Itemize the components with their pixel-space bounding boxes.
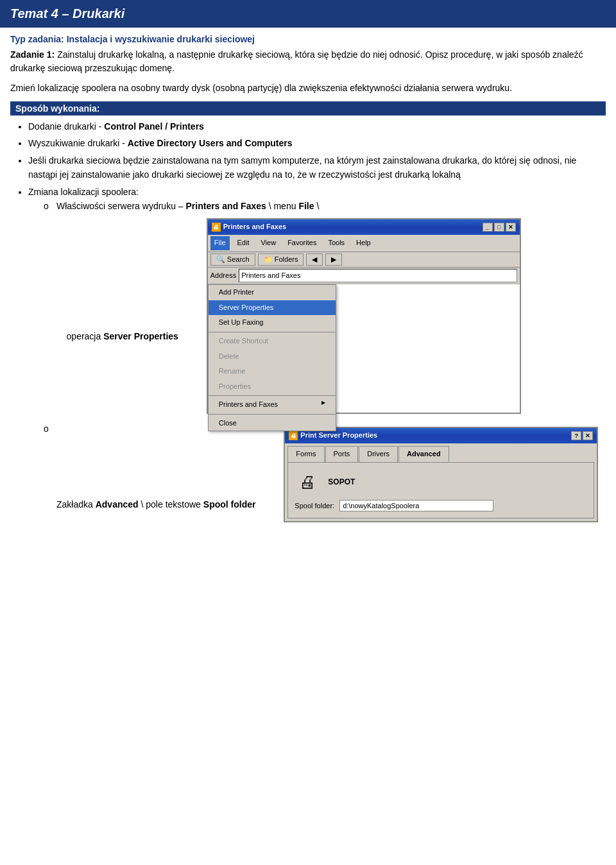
screenshot2-window: 🖨 Print Server Properties ? ✕ Forms xyxy=(284,427,598,522)
tabs: Forms Ports Drivers Advanced xyxy=(285,443,597,463)
titlebar2-title: Print Server Properties xyxy=(300,430,377,441)
server-name: SOPOT xyxy=(328,476,355,488)
spool-row: Spool folder: xyxy=(295,500,587,511)
close-button2[interactable]: ✕ xyxy=(583,431,593,440)
maximize-button[interactable]: □ xyxy=(494,223,504,232)
sub1-operation: operacja xyxy=(56,332,103,342)
menu-properties: Properties xyxy=(209,379,336,395)
back-button[interactable]: ◀ xyxy=(306,253,323,266)
tab-drivers[interactable]: Drivers xyxy=(359,446,398,463)
sub2-before: Zakładka xyxy=(56,500,96,510)
menu-close[interactable]: Close xyxy=(209,416,336,431)
toolbar1: 🔍 Search 📁 Folders ◀ ▶ xyxy=(208,252,520,268)
titlebar1: 🖨 Printers and Faxes _ □ ✕ xyxy=(208,219,520,235)
bullet2-before: Wyszukiwanie drukarki - xyxy=(28,138,128,148)
search-button[interactable]: 🔍 Search xyxy=(210,253,255,266)
page: Temat 4 – Drukarki Typ zadania: Instalac… xyxy=(0,0,616,544)
menu-file[interactable]: File xyxy=(210,236,230,250)
task-type-text: Instalacja i wyszukiwanie drukarki sieci… xyxy=(67,34,255,44)
header-bar: Temat 4 – Drukarki xyxy=(0,0,616,28)
titlebar2-icon: 🖨 xyxy=(289,431,298,440)
zmiana-text: Zmiana lokalizacji spoolera: xyxy=(28,187,139,197)
sub2-bold2: Spool folder xyxy=(203,500,256,510)
address-bar: Address Printers and Faxes xyxy=(208,268,520,285)
sub1-before: Właściwości serwera wydruku – xyxy=(56,201,186,211)
separator2 xyxy=(209,395,336,396)
menu-favorites[interactable]: Favorites xyxy=(284,236,320,250)
sub2-bold: Advanced xyxy=(96,500,139,510)
menu-server-properties[interactable]: Server Properties xyxy=(209,300,336,316)
sub-bullet-item: Właściwości serwera wydruku – Printers a… xyxy=(44,199,606,419)
list-item: Wyszukiwanie drukarki - Active Directory… xyxy=(28,136,606,150)
menu-edit[interactable]: Edit xyxy=(234,236,253,250)
sub1-bold: Printers and Faxes xyxy=(186,201,266,211)
minimize-button[interactable]: _ xyxy=(483,223,493,232)
menu-view[interactable]: View xyxy=(257,236,280,250)
tab-forms[interactable]: Forms xyxy=(287,446,324,463)
folders-button[interactable]: 📁 Folders xyxy=(258,253,304,266)
menu-create-shortcut: Create Shortcut xyxy=(209,334,336,349)
file-menu-dropdown: Add Printer Server Properties Set Up Fax… xyxy=(208,284,336,431)
server-info: 🖨 SOPOT xyxy=(295,469,587,495)
sposob-label: Sposób wykonania: xyxy=(15,103,99,114)
menu-set-up-faxing[interactable]: Set Up Faxing xyxy=(209,315,336,330)
sub-bullet-list: Właściwości serwera wydruku – Printers a… xyxy=(44,199,606,527)
titlebar1-buttons: _ □ ✕ xyxy=(483,223,516,232)
sub1-bold3: Server Properties xyxy=(103,332,178,342)
menu-add-printer[interactable]: Add Printer xyxy=(209,285,336,300)
list-item: Dodanie drukarki - Control Panel / Print… xyxy=(28,119,606,133)
separator3 xyxy=(209,414,336,415)
menubar1: File Edit View Favorites Tools Help xyxy=(208,235,520,252)
bullet1-bold: Control Panel / Printers xyxy=(104,121,204,132)
titlebar2-buttons: ? ✕ xyxy=(571,431,593,440)
content: Typ zadania: Instalacja i wyszukiwanie d… xyxy=(0,28,616,544)
titlebar1-title: Printers and Faxes xyxy=(223,221,286,233)
sub-bullet-item2: Zakładka Advanced \ pole tekstowe Spool … xyxy=(44,422,606,527)
sub1-bold2: File xyxy=(298,201,314,211)
task1-text: Zainstaluj drukarkę lokalną, a następnie… xyxy=(10,49,583,73)
help-button[interactable]: ? xyxy=(571,431,581,440)
task1-label: Zadanie 1: xyxy=(10,49,55,60)
header-title: Temat 4 – Drukarki xyxy=(10,6,124,21)
bullet-list: Dodanie drukarki - Control Panel / Print… xyxy=(28,119,606,527)
menu-help[interactable]: Help xyxy=(352,236,375,250)
menu-rename: Rename xyxy=(209,364,336,379)
address-label: Address xyxy=(210,270,236,282)
bullet3-text: Jeśli drukarka sieciowa będzie zainstalo… xyxy=(28,155,576,180)
spool-label: Spool folder: xyxy=(295,501,334,512)
sub2-after: \ pole tekstowe xyxy=(139,500,203,510)
spool-input[interactable] xyxy=(339,500,493,511)
bullet1-before: Dodanie drukarki - xyxy=(28,121,104,132)
screenshot1-window: 🖨 Printers and Faxes _ □ ✕ File xyxy=(207,218,521,414)
tab-ports[interactable]: Ports xyxy=(325,446,359,463)
task-type-label: Typ zadania: xyxy=(10,34,64,44)
close-button[interactable]: ✕ xyxy=(506,223,516,232)
menu-delete: Delete xyxy=(209,349,336,364)
titlebar1-icon: 🖨 xyxy=(212,223,221,232)
server-icon: 🖨 xyxy=(295,469,320,495)
bullet2-bold: Active Directory Users and Computers xyxy=(128,138,293,148)
menu-printers-faxes[interactable]: Printers and Faxes xyxy=(209,397,336,413)
task-type: Typ zadania: Instalacja i wyszukiwanie d… xyxy=(10,34,606,44)
menu-tools[interactable]: Tools xyxy=(324,236,348,250)
tab-advanced[interactable]: Advanced xyxy=(398,446,449,463)
forward-button[interactable]: ▶ xyxy=(325,253,342,266)
list-item: Jeśli drukarka sieciowa będzie zainstalo… xyxy=(28,153,606,182)
task1-paragraph: Zadanie 1: Zainstaluj drukarkę lokalną, … xyxy=(10,48,606,75)
window-body: Add Printer Server Properties Set Up Fax… xyxy=(208,284,520,413)
list-item-zmiana: Zmiana lokalizacji spoolera: Właściwości… xyxy=(28,185,606,528)
sposob-bar: Sposób wykonania: xyxy=(10,101,606,116)
address-input[interactable]: Printers and Faxes xyxy=(239,269,517,283)
paragraph1: Zmień lokalizację spoolera na osobny twa… xyxy=(10,81,606,95)
sub1-after: \ menu xyxy=(266,201,299,211)
sub1-after2: \ xyxy=(314,201,320,211)
tab-content: 🖨 SOPOT Spool folder: xyxy=(287,462,594,518)
separator1 xyxy=(209,332,336,332)
